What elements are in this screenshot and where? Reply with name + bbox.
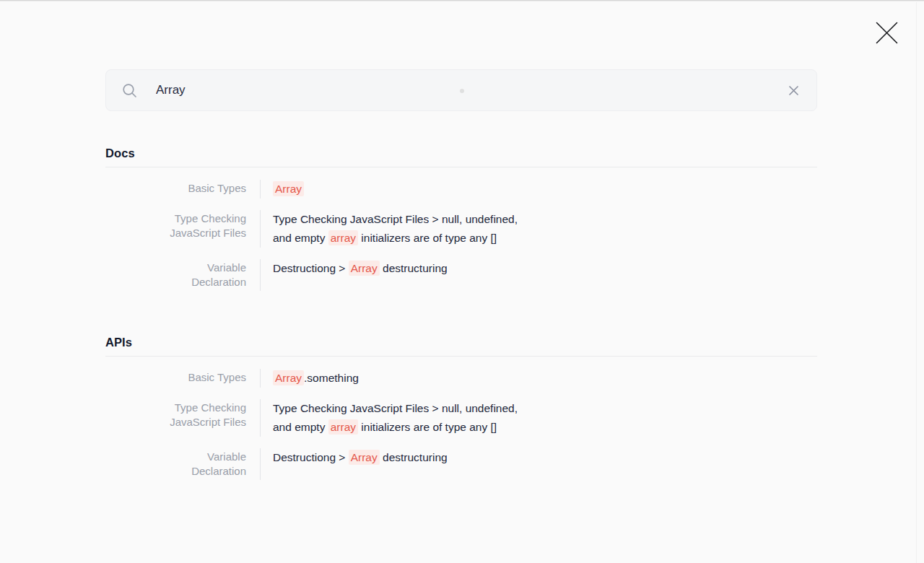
search-result-row[interactable]: Variable Declaration Destructiong > Arra…: [105, 448, 817, 480]
search-match-highlight: Array: [273, 181, 304, 196]
clear-icon: [788, 85, 799, 96]
section-divider: [105, 356, 817, 357]
search-result-row[interactable]: Type Checking JavaScript Files Type Chec…: [105, 399, 817, 437]
result-rows: Basic Types Array.something Type Checkin…: [105, 369, 817, 480]
search-result-row[interactable]: Type Checking JavaScript Files Type Chec…: [105, 210, 817, 248]
result-text-part: Destructiong >: [273, 262, 349, 274]
result-category-label: Variable Declaration: [105, 259, 260, 291]
search-input[interactable]: [154, 82, 785, 98]
result-text: Array.something: [261, 369, 520, 388]
search-icon: [122, 83, 137, 98]
result-category-label: Variable Declaration: [105, 448, 260, 480]
search-match-highlight: array: [328, 419, 358, 435]
search-results: Docs Basic Types Array Type Checking Jav…: [105, 147, 817, 480]
result-rows: Basic Types Array Type Checking JavaScri…: [105, 180, 817, 291]
result-category-label: Basic Types: [105, 180, 260, 198]
result-category-label: Type Checking JavaScript Files: [105, 210, 260, 248]
result-section: Docs Basic Types Array Type Checking Jav…: [105, 147, 817, 291]
search-overlay: Docs Basic Types Array Type Checking Jav…: [105, 69, 817, 525]
result-section: APIs Basic Types Array.something Type Ch…: [105, 336, 817, 480]
search-match-highlight: Array: [349, 261, 380, 276]
window-top-edge: [0, 0, 924, 1]
result-text-part: destructuring: [380, 262, 448, 274]
result-text: Destructiong > Array destructuring: [261, 448, 520, 480]
result-text: Type Checking JavaScript Files > null, u…: [261, 210, 520, 248]
search-match-highlight: Array: [349, 450, 380, 465]
close-icon: [875, 21, 899, 45]
search-result-row[interactable]: Variable Declaration Destructiong > Arra…: [105, 259, 817, 291]
result-category-label: Basic Types: [105, 369, 260, 388]
cursor-dot: [460, 89, 464, 93]
result-text-part: initializers are of type any []: [358, 421, 497, 433]
close-button[interactable]: [874, 20, 899, 45]
scrollbar-track-edge: [916, 2, 917, 563]
section-title: Docs: [105, 147, 817, 160]
result-category-label: Type Checking JavaScript Files: [105, 399, 260, 437]
section-divider: [105, 167, 817, 167]
result-text: Destructiong > Array destructuring: [261, 259, 520, 291]
result-text: Type Checking JavaScript Files > null, u…: [261, 399, 520, 437]
result-text-part: destructuring: [380, 451, 448, 463]
result-text-part: Destructiong >: [273, 451, 349, 463]
result-text-part: initializers are of type any []: [358, 232, 497, 244]
section-title: APIs: [105, 336, 817, 349]
clear-search-button[interactable]: [785, 82, 802, 99]
result-text-part: .something: [304, 372, 359, 384]
search-result-row[interactable]: Basic Types Array: [105, 180, 817, 198]
result-text: Array: [261, 180, 520, 198]
search-match-highlight: array: [328, 230, 358, 245]
search-result-row[interactable]: Basic Types Array.something: [105, 369, 817, 388]
search-match-highlight: Array: [273, 370, 304, 385]
